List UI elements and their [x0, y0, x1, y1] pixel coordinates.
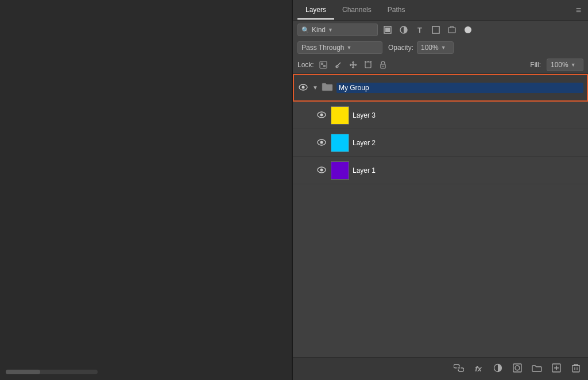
- lock-transparent-icon[interactable]: [318, 59, 329, 71]
- svg-rect-3: [432, 26, 439, 33]
- layer-item-layer1[interactable]: Layer 1: [293, 157, 588, 184]
- opacity-label: Opacity:: [388, 44, 413, 52]
- visibility-icon-layer2[interactable]: [316, 138, 327, 148]
- expand-chevron-icon[interactable]: ▼: [312, 84, 318, 91]
- chevron-down-icon: ▼: [328, 27, 333, 33]
- blend-mode-label: Pass Through: [301, 44, 345, 52]
- add-mask-icon[interactable]: [511, 363, 524, 375]
- svg-rect-7: [323, 65, 326, 67]
- svg-rect-9: [365, 62, 371, 68]
- search-icon: 🔍: [301, 26, 310, 34]
- svg-point-26: [515, 366, 520, 370]
- horizontal-scrollbar[interactable]: [6, 370, 98, 374]
- folder-icon: [322, 82, 333, 94]
- group-layer-name[interactable]: My Group: [336, 83, 583, 93]
- layer-item-layer3[interactable]: Layer 3: [293, 102, 588, 129]
- visibility-icon-layer3[interactable]: [316, 111, 327, 120]
- lock-move-icon[interactable]: [347, 59, 359, 71]
- svg-point-20: [320, 141, 323, 144]
- lock-fill-row: Lock: Fill: 100% ▼: [293, 56, 588, 73]
- lock-label: Lock:: [297, 61, 314, 69]
- tab-paths[interactable]: Paths: [380, 1, 413, 20]
- blend-chevron-icon: ▼: [347, 45, 352, 51]
- fill-input[interactable]: 100% ▼: [547, 59, 583, 71]
- layer2-thumbnail: [331, 134, 349, 152]
- svg-rect-6: [321, 63, 323, 65]
- kind-dropdown[interactable]: 🔍 Kind ▼: [297, 24, 378, 36]
- opacity-input[interactable]: 100% ▼: [417, 41, 454, 54]
- visibility-icon-layer1[interactable]: [316, 166, 327, 175]
- circle-filter-icon[interactable]: [462, 24, 474, 36]
- opacity-chevron-icon: ▼: [441, 45, 446, 51]
- tab-channels[interactable]: Channels: [334, 1, 380, 20]
- visibility-icon-group[interactable]: [297, 83, 309, 92]
- canvas-area: [0, 0, 293, 380]
- kind-toolbar-row: 🔍 Kind ▼ T: [293, 21, 588, 39]
- shape-filter-icon[interactable]: [430, 24, 442, 36]
- svg-rect-25: [513, 364, 521, 372]
- layers-panel: Layers Channels Paths ≡ 🔍 Kind ▼ T: [293, 0, 588, 380]
- panel-menu-icon[interactable]: ≡: [574, 3, 583, 18]
- layer1-name: Layer 1: [353, 166, 583, 175]
- layer3-thumbnail: [331, 106, 349, 125]
- scrollbar-thumb[interactable]: [6, 370, 40, 374]
- svg-point-14: [382, 66, 384, 67]
- layer1-thumbnail: [331, 161, 349, 180]
- svg-point-16: [302, 86, 305, 88]
- layer2-name: Layer 2: [353, 139, 583, 147]
- svg-point-22: [320, 168, 323, 171]
- svg-rect-30: [572, 366, 579, 372]
- layer-item-layer2[interactable]: Layer 2: [293, 129, 588, 157]
- fill-chevron-icon: ▼: [571, 62, 576, 68]
- blend-mode-dropdown[interactable]: Pass Through ▼: [297, 41, 382, 54]
- lock-artboard-icon[interactable]: [362, 59, 374, 71]
- delete-layer-icon[interactable]: [570, 363, 582, 375]
- panel-bottom-toolbar: fx: [293, 357, 588, 380]
- kind-label: Kind: [312, 26, 326, 34]
- opacity-value-text: 100%: [421, 44, 439, 52]
- lock-all-icon[interactable]: [377, 59, 389, 71]
- panel-tabs: Layers Channels Paths ≡: [293, 0, 588, 21]
- layers-list: ▼ My Group Layer 3 Layer 2: [293, 74, 588, 357]
- layer-item-group[interactable]: ▼ My Group: [293, 74, 588, 102]
- fill-label: Fill:: [530, 61, 541, 69]
- link-layers-icon[interactable]: [452, 364, 465, 374]
- svg-rect-4: [448, 28, 455, 33]
- svg-rect-1: [385, 28, 390, 32]
- tabs-container: Layers Channels Paths: [297, 1, 413, 20]
- tab-layers[interactable]: Layers: [297, 1, 334, 20]
- new-fill-adjustment-icon[interactable]: [492, 363, 504, 375]
- svg-point-18: [320, 113, 323, 116]
- pixel-filter-icon[interactable]: [381, 24, 394, 36]
- lock-paint-icon[interactable]: [332, 59, 344, 71]
- new-group-icon[interactable]: [531, 364, 543, 374]
- layer3-name: Layer 3: [353, 111, 583, 119]
- adjustment-filter-icon[interactable]: [397, 24, 410, 36]
- blend-opacity-row: Pass Through ▼ Opacity: 100% ▼: [293, 39, 588, 56]
- fx-icon[interactable]: fx: [472, 365, 485, 373]
- fill-value-text: 100%: [551, 61, 568, 69]
- smartobject-filter-icon[interactable]: [446, 24, 458, 36]
- type-filter-icon[interactable]: T: [413, 24, 426, 36]
- new-layer-icon[interactable]: [550, 363, 563, 375]
